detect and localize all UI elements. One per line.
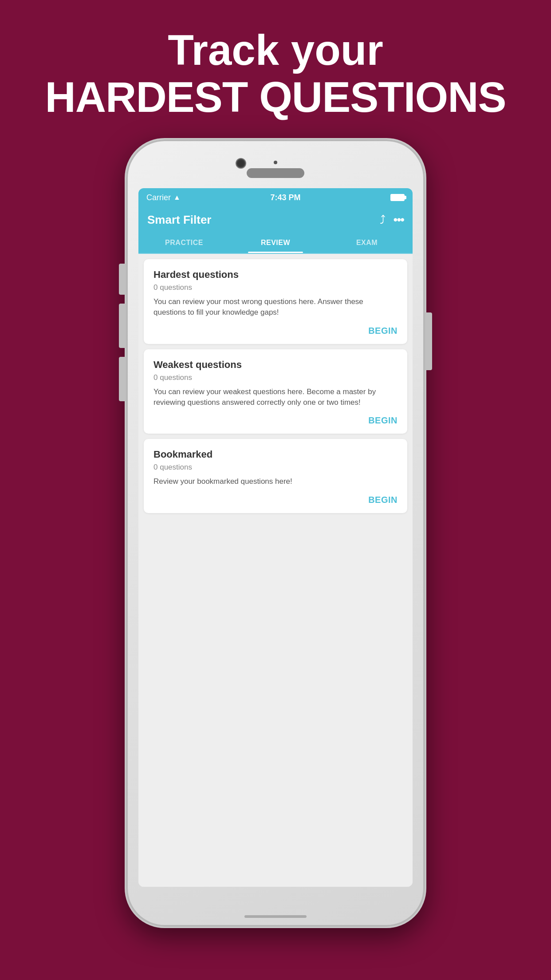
- hardest-begin-button[interactable]: BEGIN: [368, 324, 398, 338]
- hardest-card-description: You can review your most wrong questions…: [153, 296, 398, 318]
- hero-section: Track your HARDEST QUESTIONS: [45, 27, 506, 120]
- side-button-vol-down: [119, 357, 126, 401]
- carrier-label: Carrier ▲: [146, 193, 181, 202]
- app-title: Smart Filter: [147, 213, 212, 227]
- hardest-card-count: 0 questions: [153, 283, 398, 292]
- tab-exam[interactable]: EXAM: [321, 233, 413, 253]
- tab-practice[interactable]: PRACTICE: [138, 233, 230, 253]
- weakest-questions-card: Weakest questions 0 questions You can re…: [144, 349, 407, 434]
- hardest-begin-area: BEGIN: [153, 324, 398, 338]
- bookmarked-card-title: Bookmarked: [153, 449, 398, 460]
- hero-line2: HARDEST QUESTIONS: [45, 74, 506, 121]
- bookmarked-begin-area: BEGIN: [153, 493, 398, 507]
- side-button-power: [425, 312, 432, 370]
- weakest-begin-area: BEGIN: [153, 414, 398, 427]
- hardest-questions-card: Hardest questions 0 questions You can re…: [144, 259, 407, 344]
- hardest-card-title: Hardest questions: [153, 269, 398, 281]
- battery-bar: [390, 194, 405, 201]
- wifi-icon: ▲: [173, 194, 181, 202]
- tab-review[interactable]: REVIEW: [230, 233, 321, 253]
- content-area: Hardest questions 0 questions You can re…: [138, 254, 413, 887]
- chart-icon[interactable]: ⤴: [380, 213, 386, 227]
- more-options-icon[interactable]: •••: [394, 213, 404, 227]
- navigation-bar: Smart Filter ⤴ •••: [138, 207, 413, 233]
- bookmarked-card-count: 0 questions: [153, 463, 398, 472]
- weakest-card-count: 0 questions: [153, 373, 398, 382]
- bookmarked-begin-button[interactable]: BEGIN: [368, 493, 398, 507]
- weakest-card-description: You can review your weakest questions he…: [153, 387, 398, 408]
- phone-camera: [236, 158, 246, 169]
- weakest-begin-button[interactable]: BEGIN: [368, 414, 398, 427]
- tab-bar: PRACTICE REVIEW EXAM: [138, 233, 413, 254]
- bookmarked-card: Bookmarked 0 questions Review your bookm…: [144, 439, 407, 513]
- bookmarked-card-description: Review your bookmarked questions here!: [153, 476, 398, 487]
- phone-speaker: [247, 168, 304, 178]
- phone-screen: Carrier ▲ 7:43 PM Smart Filter ⤴ ••• PRA…: [138, 188, 413, 887]
- battery-indicator: [390, 194, 405, 201]
- nav-icons-group: ⤴ •••: [380, 213, 404, 227]
- status-bar: Carrier ▲ 7:43 PM: [138, 188, 413, 207]
- status-time: 7:43 PM: [270, 193, 300, 202]
- phone-mockup: Carrier ▲ 7:43 PM Smart Filter ⤴ ••• PRA…: [125, 138, 426, 928]
- weakest-card-title: Weakest questions: [153, 359, 398, 371]
- hero-line1: Track your: [45, 27, 506, 74]
- home-indicator[interactable]: [244, 915, 307, 918]
- side-button-vol-up: [119, 304, 126, 348]
- side-button-mute: [119, 264, 126, 295]
